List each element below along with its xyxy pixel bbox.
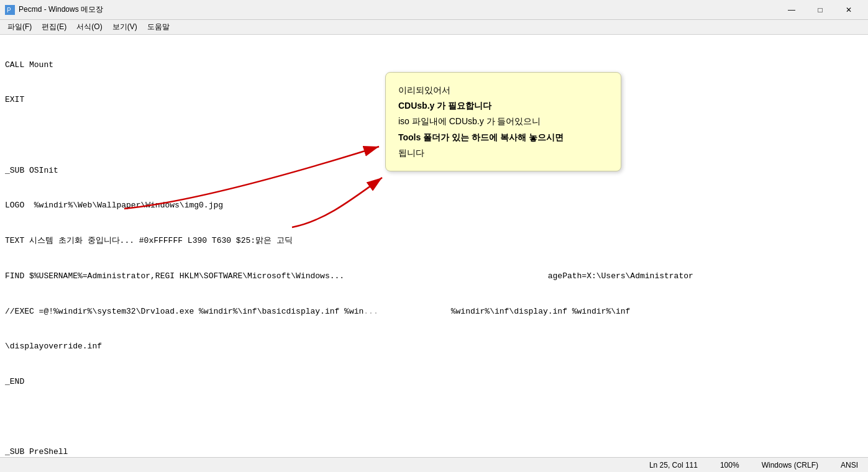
menu-help[interactable]: 도움말 (142, 20, 175, 34)
menu-format[interactable]: 서식(O) (71, 20, 107, 34)
line-5: LOGO %windir%\Web\Wallpaper\Windows\img0… (2, 200, 868, 212)
minimize-button[interactable]: — (777, 0, 806, 20)
line-9: \displayoverride.inf (2, 341, 868, 353)
maximize-button[interactable]: □ (806, 0, 834, 20)
window-title: Pecmd - Windows 메모장 (19, 4, 103, 15)
line-11 (2, 412, 868, 424)
app-icon: P (5, 5, 15, 15)
tooltip-line3: iso 파일내에 CDUsb.y 가 들어있으니 (398, 114, 608, 129)
menu-view[interactable]: 보기(V) (107, 20, 142, 34)
title-bar: P Pecmd - Windows 메모장 — □ ✕ (0, 0, 868, 20)
line-10: _END (2, 376, 868, 388)
close-button[interactable]: ✕ (834, 0, 863, 20)
status-bar: Ln 25, Col 111 100% Windows (CRLF) ANSI (0, 457, 868, 472)
title-bar-left: P Pecmd - Windows 메모장 (5, 4, 103, 15)
status-encoding: ANSI (836, 461, 863, 470)
editor-content[interactable]: CALL Mount EXIT _SUB OSInit LOGO %windir… (0, 35, 868, 457)
tooltip-line1: 이리되있어서 (398, 83, 608, 98)
tooltip-line4: Tools 폴더가 있는 하드에 복사해 놓으시면 (398, 130, 608, 145)
editor-container: CALL Mount EXIT _SUB OSInit LOGO %windir… (0, 35, 868, 457)
status-line-ending: Windows (CRLF) (757, 461, 823, 470)
line-12: _SUB PreShell (2, 447, 868, 457)
svg-text:P: P (7, 7, 11, 14)
status-position: Ln 25, Col 111 (644, 461, 703, 470)
tooltip-box: 이리되있어서 CDUsb.y 가 필요합니다 iso 파일내에 CDUsb.y … (385, 72, 621, 171)
line-6: TEXT 시스템 초기화 중입니다... #0xFFFFFF L390 T630… (2, 235, 868, 247)
window-controls: — □ ✕ (777, 0, 863, 20)
tooltip-line5: 됩니다 (398, 145, 608, 161)
menu-file[interactable]: 파일(F) (2, 20, 37, 34)
tooltip-line2: CDUsb.y 가 필요합니다 (398, 98, 608, 114)
status-zoom: 100% (715, 461, 744, 470)
line-7: FIND $%USERNAME%=Administrator,REGI HKLM… (2, 271, 868, 283)
menu-edit[interactable]: 편집(E) (37, 20, 71, 34)
line-8: //EXEC =@!%windir%\system32\Drvload.exe … (2, 306, 868, 318)
menu-bar: 파일(F) 편집(E) 서식(O) 보기(V) 도움말 (0, 20, 868, 35)
line-1: CALL Mount (2, 60, 868, 71)
